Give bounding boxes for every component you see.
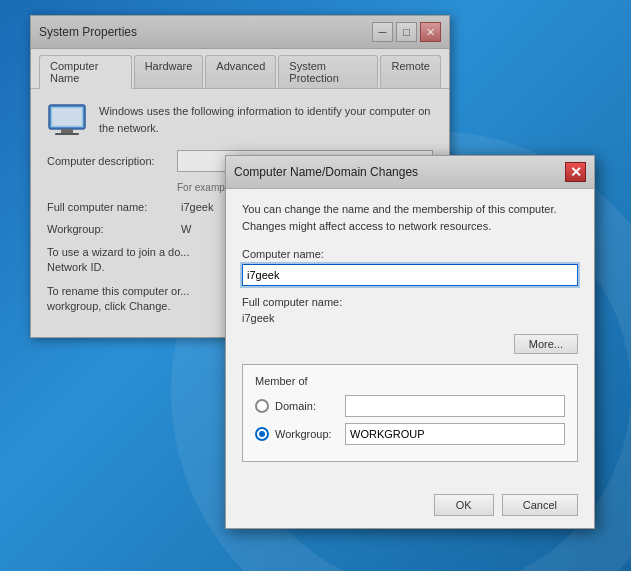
dialog-close-button[interactable]: ✕ — [565, 162, 586, 182]
more-button-row: More... — [242, 334, 578, 354]
more-button[interactable]: More... — [514, 334, 578, 354]
domain-label: Domain: — [275, 400, 345, 412]
workgroup-radio[interactable] — [255, 427, 269, 441]
cancel-button[interactable]: Cancel — [502, 494, 578, 516]
domain-radio-row: Domain: — [255, 395, 565, 417]
domain-radio[interactable] — [255, 399, 269, 413]
computer-name-input[interactable] — [242, 264, 578, 286]
full-computer-name-dialog-label: Full computer name: — [242, 296, 578, 308]
dialog-description: You can change the name and the membersh… — [242, 201, 578, 234]
computer-name-field-label: Computer name: — [242, 248, 578, 260]
ok-button[interactable]: OK — [434, 494, 494, 516]
member-of-group: Member of Domain: Workgroup: — [242, 364, 578, 462]
member-of-title: Member of — [255, 375, 565, 387]
workgroup-radio-label: Workgroup: — [275, 428, 345, 440]
workgroup-radio-row: Workgroup: — [255, 423, 565, 445]
dialog-title: Computer Name/Domain Changes — [234, 165, 418, 179]
workgroup-input[interactable] — [345, 423, 565, 445]
radio-dot — [259, 431, 265, 437]
dialog-titlebar: Computer Name/Domain Changes ✕ — [226, 156, 594, 189]
dialog-content: You can change the name and the membersh… — [226, 189, 594, 486]
domain-changes-dialog: Computer Name/Domain Changes ✕ You can c… — [225, 155, 595, 529]
full-computer-name-dialog-value: i7geek — [242, 312, 578, 324]
domain-input[interactable] — [345, 395, 565, 417]
dialog-buttons: OK Cancel — [226, 486, 594, 528]
